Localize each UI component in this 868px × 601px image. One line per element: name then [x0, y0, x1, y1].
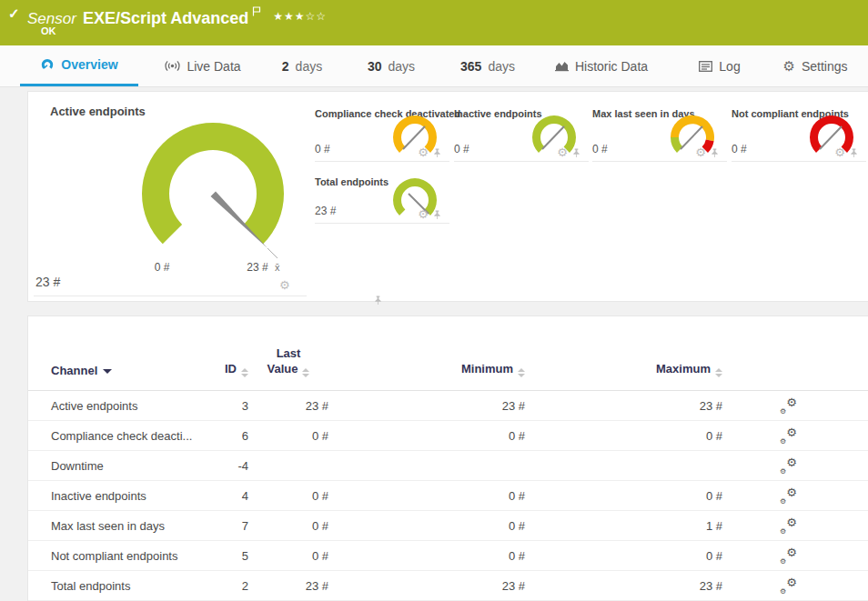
table-row: Not compliant endpoints 5 0 # 0 # 0 # ⚙⚙	[28, 541, 868, 571]
gauge-current-value: 23 #	[35, 275, 60, 289]
minimum-value: 0 #	[328, 489, 525, 503]
gauge-title: Total endpoints	[315, 176, 389, 187]
channel-settings-icon[interactable]: ⚙⚙	[779, 486, 799, 505]
last-value: 23 #	[248, 579, 328, 593]
gauge-scale-min: 0 #	[142, 261, 182, 274]
tab-365-days[interactable]: 365 days	[451, 45, 524, 86]
channel-name[interactable]: Active endpoints	[51, 399, 197, 413]
channel-settings-icon[interactable]: ⚙⚙	[779, 546, 799, 565]
maximum-value: 0 #	[525, 429, 722, 443]
gauge-current-value: 0 #	[732, 143, 747, 155]
last-value: 0 #	[248, 519, 328, 533]
channel-settings-icon[interactable]: ⚙⚙	[779, 396, 799, 415]
pin-icon[interactable]	[710, 147, 720, 158]
tab-label: Overview	[61, 57, 117, 72]
gear-icon: ⚙	[782, 58, 794, 75]
column-header-maximum[interactable]: Maximum	[525, 362, 722, 377]
last-value: 0 #	[248, 429, 328, 443]
tab-log[interactable]: Log	[691, 45, 748, 86]
channel-id: -4	[197, 459, 248, 473]
pin-icon[interactable]	[432, 147, 442, 158]
last-value: 0 #	[248, 489, 328, 503]
tab-settings[interactable]: ⚙ Settings	[772, 45, 859, 86]
gauge-icon	[40, 58, 55, 72]
gauge-scale-max: 23 #	[237, 261, 278, 274]
overview-gauges-panel: Active endpoints x̄ 0 # 23 # 23 # ⚙ Comp…	[27, 91, 868, 302]
gauge-settings-gear-icon[interactable]: ⚙	[418, 146, 429, 158]
pin-icon[interactable]	[849, 147, 859, 158]
maximum-value: 0 #	[525, 549, 722, 563]
maximum-value: 23 #	[525, 399, 722, 413]
channel-settings-icon[interactable]: ⚙⚙	[779, 576, 799, 595]
channel-settings-icon[interactable]: ⚙⚙	[779, 456, 799, 475]
pin-icon[interactable]	[432, 209, 442, 220]
channel-id: 5	[197, 549, 248, 563]
tab-30-days[interactable]: 30 days	[358, 45, 424, 86]
pin-icon[interactable]	[373, 295, 383, 306]
channel-id: 4	[197, 489, 248, 503]
minimum-value: 23 #	[328, 399, 525, 413]
gauge-current-value: 0 #	[592, 143, 608, 155]
channel-table-header: Channel ID Last Value Minimum Maximum	[28, 316, 868, 391]
priority-stars[interactable]: ★★★☆☆	[273, 10, 327, 23]
tab-live-data[interactable]: Live Data	[153, 45, 253, 86]
gauge-chart: x̄	[122, 107, 309, 285]
tab-unit: days	[296, 59, 323, 74]
table-row: Total endpoints 2 23 # 23 # 23 # ⚙⚙	[28, 571, 868, 601]
tab-unit: days	[488, 59, 515, 74]
table-row: Max last seen in days 7 0 # 0 # 1 # ⚙⚙	[28, 511, 868, 541]
tab-label: Log	[719, 59, 740, 74]
channel-name[interactable]: Max last seen in days	[51, 519, 197, 533]
divider	[34, 295, 307, 296]
gauge-compliance-check-deactivated: Compliance check deactivated 0 # ⚙	[315, 101, 449, 162]
tab-historic-data[interactable]: Historic Data	[542, 45, 661, 86]
tab-number: 30	[368, 59, 382, 74]
gauge-settings-gear-icon[interactable]: ⚙	[557, 146, 568, 158]
minimum-value: 0 #	[328, 519, 525, 533]
table-row: Inactive endpoints 4 0 # 0 # 0 # ⚙⚙	[28, 481, 868, 511]
table-row: Active endpoints 3 23 # 23 # 23 # ⚙⚙	[28, 391, 868, 421]
sort-icon	[518, 368, 525, 377]
sort-icon	[302, 368, 309, 377]
channel-table-panel: Channel ID Last Value Minimum Maximum Ac…	[27, 316, 868, 601]
pin-icon[interactable]	[571, 147, 581, 158]
tab-number: 365	[460, 59, 481, 74]
table-row: Downtime -4 ⚙⚙	[28, 451, 868, 481]
gauge-settings-gear-icon[interactable]: ⚙	[695, 146, 706, 158]
channel-name[interactable]: Total endpoints	[51, 579, 197, 593]
chevron-down-icon	[103, 369, 112, 374]
tab-overview[interactable]: Overview	[20, 45, 138, 86]
column-header-minimum[interactable]: Minimum	[328, 362, 525, 377]
gauge-settings-gear-icon[interactable]: ⚙	[418, 208, 429, 220]
minimum-value: 23 #	[328, 579, 525, 593]
channel-name[interactable]: Compliance check deacti...	[51, 429, 197, 443]
gauge-not-compliant-endpoints: Not compliant endpoints 0 # ⚙	[732, 101, 866, 162]
tab-label: Live Data	[187, 59, 240, 74]
channel-id: 6	[197, 429, 248, 443]
table-row: Compliance check deacti... 6 0 # 0 # 0 #…	[28, 421, 868, 451]
area-chart-icon	[555, 60, 569, 72]
gauge-inactive-endpoints: Inactive endpoints 0 # ⚙	[454, 101, 589, 162]
broadcast-icon	[165, 60, 180, 72]
channel-name[interactable]: Downtime	[51, 459, 197, 473]
column-header-last-value[interactable]: Last Value	[248, 346, 328, 377]
channel-name[interactable]: Not compliant endpoints	[51, 549, 197, 563]
channel-settings-icon[interactable]: ⚙⚙	[779, 516, 799, 535]
sensor-status-badge: OK	[41, 25, 56, 36]
gauge-total-endpoints: Total endpoints 23 # ⚙	[315, 169, 449, 224]
channel-name[interactable]: Inactive endpoints	[51, 489, 197, 503]
tab-2-days[interactable]: 2 days	[273, 45, 331, 86]
column-header-id[interactable]: ID	[197, 362, 248, 377]
gauge-settings-gear-icon[interactable]: ⚙	[834, 146, 845, 158]
maximum-value: 1 #	[525, 519, 722, 533]
priority-flag-icon[interactable]	[252, 4, 262, 20]
gauge-current-value: 0 #	[454, 143, 469, 155]
gauge-current-value: 0 #	[315, 143, 330, 155]
sensor-title: EXE/Script Advanced	[83, 9, 248, 27]
tab-label: Settings	[802, 59, 848, 74]
gauge-settings-gear-icon[interactable]: ⚙	[279, 279, 290, 291]
column-header-channel[interactable]: Channel	[51, 364, 197, 377]
maximum-value: 23 #	[525, 579, 722, 593]
tab-label: Historic Data	[575, 59, 648, 74]
channel-settings-icon[interactable]: ⚙⚙	[779, 426, 799, 445]
